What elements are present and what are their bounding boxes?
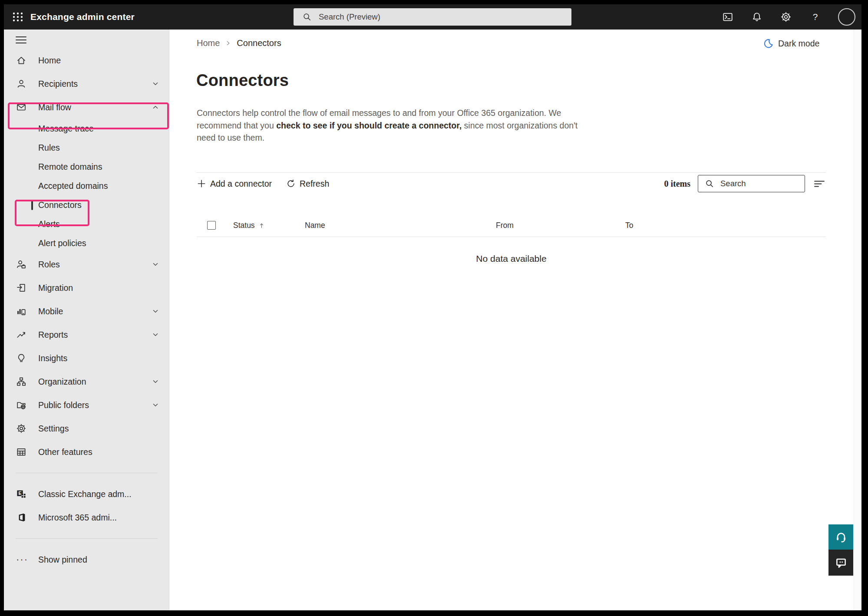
account-avatar[interactable] <box>838 8 855 26</box>
select-all-checkbox[interactable] <box>207 221 216 230</box>
add-connector-button[interactable]: Add a connector <box>197 179 272 189</box>
settings-button[interactable] <box>780 11 792 23</box>
sidebar-item-alert-policies[interactable]: Alert policies <box>4 234 169 253</box>
sidebar-item-mobile[interactable]: Mobile <box>4 300 169 323</box>
topbar-icon-group: ? <box>722 4 855 30</box>
chevron-down-icon <box>152 260 159 268</box>
sidebar-item-organization[interactable]: Organization <box>4 370 169 393</box>
items-count: 0 items <box>664 179 690 189</box>
sidebar-item-label: Rules <box>38 143 60 153</box>
sidebar-item-label: Reports <box>38 330 68 340</box>
sidebar-item-message-trace[interactable]: Message trace <box>4 119 169 138</box>
table-header-divider <box>197 237 826 237</box>
sidebar-item-remote-domains[interactable]: Remote domains <box>4 157 169 176</box>
global-search-box[interactable] <box>294 8 571 26</box>
line-chart-icon <box>16 329 27 340</box>
mail-icon <box>16 102 27 113</box>
add-connector-label: Add a connector <box>210 179 272 189</box>
search-icon <box>705 179 714 188</box>
sidebar-item-connectors[interactable]: Connectors <box>4 195 169 214</box>
top-app-bar: Exchange admin center <box>4 4 861 30</box>
sidebar-item-accepted-domains[interactable]: Accepted domains <box>4 176 169 195</box>
description-emphasis: check to see if you should create a conn… <box>276 121 462 130</box>
sidebar-item-insights[interactable]: Insights <box>4 346 169 370</box>
sidebar-item-classic-exchange[interactable]: E Classic Exchange adm... <box>4 482 169 506</box>
refresh-label: Refresh <box>300 179 329 189</box>
sidebar-item-label: Recipients <box>38 79 78 89</box>
app-launcher-button[interactable] <box>10 10 25 24</box>
filter-icon <box>814 178 825 189</box>
gear-icon <box>780 11 792 23</box>
sidebar-item-other-features[interactable]: Other features <box>4 440 169 464</box>
vertical-scrollbar[interactable] <box>854 30 861 610</box>
sidebar-nav: Home Recipients Mail flow Message trace <box>4 30 169 610</box>
sidebar-item-label: Settings <box>38 424 69 434</box>
select-all-checkbox-cell <box>207 219 216 232</box>
bell-icon <box>751 11 762 23</box>
sidebar-item-label: Public folders <box>38 400 89 410</box>
ellipsis-icon: ··· <box>16 554 29 565</box>
column-header-status[interactable]: Status <box>233 219 265 232</box>
table-grid-icon <box>16 446 27 458</box>
plus-icon <box>197 179 206 188</box>
help-button-topbar[interactable]: ? <box>809 11 821 23</box>
refresh-button[interactable]: Refresh <box>286 179 329 189</box>
list-search-input[interactable] <box>719 178 800 189</box>
chevron-up-icon <box>152 103 159 111</box>
sidebar-item-rules[interactable]: Rules <box>4 138 169 157</box>
list-toolbar: Add a connector Refresh 0 items <box>197 175 826 192</box>
gear-icon <box>16 423 27 434</box>
column-header-to[interactable]: To <box>625 219 633 232</box>
sidebar-divider <box>16 473 158 473</box>
dark-mode-toggle[interactable]: Dark mode <box>763 38 819 49</box>
sidebar-item-settings[interactable]: Settings <box>4 417 169 440</box>
sidebar-item-label: Show pinned <box>38 555 87 565</box>
column-label: To <box>625 221 633 230</box>
sidebar-item-label: Mail flow <box>38 102 71 112</box>
chart-phone-icon <box>16 306 27 317</box>
feedback-button[interactable] <box>828 550 853 576</box>
selected-indicator <box>31 200 33 210</box>
powershell-button[interactable] <box>722 11 734 23</box>
sidebar-item-public-folders[interactable]: Public folders <box>4 393 169 417</box>
breadcrumb-home-link[interactable]: Home <box>197 38 220 48</box>
toolbar-divider <box>197 172 826 173</box>
sidebar-divider <box>16 538 158 539</box>
sidebar-item-label: Alert policies <box>38 238 86 248</box>
question-icon: ? <box>809 11 821 23</box>
nav-collapse-button[interactable] <box>16 36 26 43</box>
sidebar-item-home[interactable]: Home <box>4 49 169 72</box>
column-header-from[interactable]: From <box>496 219 514 232</box>
sidebar-item-m365-admin[interactable]: Microsoft 365 admi... <box>4 506 169 529</box>
org-chart-icon <box>16 376 27 387</box>
sidebar-item-roles[interactable]: Roles <box>4 253 169 276</box>
notifications-button[interactable] <box>751 11 763 23</box>
sidebar-item-migration[interactable]: Migration <box>4 276 169 300</box>
global-search-input[interactable] <box>318 12 566 22</box>
breadcrumb-current: Connectors <box>237 38 281 48</box>
column-label: Status <box>233 221 255 230</box>
page-title: Connectors <box>196 71 289 90</box>
list-search-box[interactable] <box>698 175 805 192</box>
chevron-down-icon <box>152 80 159 88</box>
sidebar-item-mail-flow[interactable]: Mail flow <box>4 96 169 119</box>
main-content: Home Connectors Dark mode Connectors Con… <box>169 30 861 610</box>
filter-button[interactable] <box>813 177 826 190</box>
sidebar-item-label: Insights <box>38 353 67 363</box>
breadcrumb: Home Connectors <box>197 37 281 49</box>
folder-globe-icon <box>16 399 27 411</box>
sidebar-item-label: Mobile <box>38 306 63 316</box>
sidebar-item-recipients[interactable]: Recipients <box>4 72 169 96</box>
sidebar-item-label: Roles <box>38 260 60 270</box>
sidebar-item-label: Connectors <box>38 200 82 210</box>
sidebar-item-label: Other features <box>38 447 92 457</box>
column-header-name[interactable]: Name <box>305 219 325 232</box>
sidebar-item-reports[interactable]: Reports <box>4 323 169 346</box>
chevron-down-icon <box>152 378 159 385</box>
sidebar-item-alerts[interactable]: Alerts <box>4 214 169 234</box>
help-support-button[interactable] <box>828 524 853 550</box>
dark-mode-label: Dark mode <box>778 39 819 49</box>
sidebar-item-show-pinned[interactable]: ··· Show pinned <box>4 548 169 571</box>
toolbar-right-group: 0 items <box>664 175 826 192</box>
document-arrow-icon <box>16 282 27 293</box>
